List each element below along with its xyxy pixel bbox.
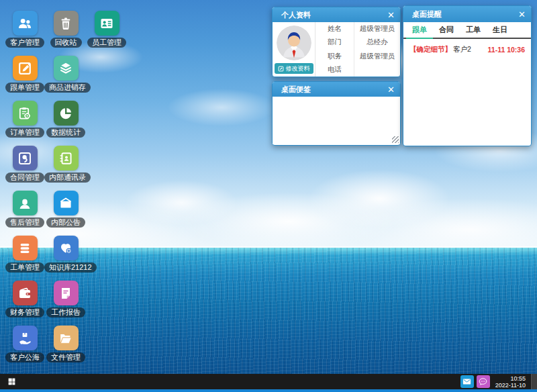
desktop-icon-contacts[interactable]: 内部通讯录 bbox=[44, 146, 87, 183]
desktop-icon-label: 财务管理 bbox=[5, 307, 44, 317]
desktop-icon-employee[interactable]: 员工管理 bbox=[85, 11, 128, 48]
reminder-panel-title: 桌面提醒 bbox=[412, 9, 442, 19]
desktop-icon-box[interactable] bbox=[13, 281, 38, 305]
reminder-panel-titlebar[interactable]: 桌面提醒 ✕ bbox=[403, 6, 531, 22]
desktop-icon-box[interactable] bbox=[13, 56, 38, 81]
desktop-icon-report[interactable]: 工作报告 bbox=[44, 281, 87, 317]
taskbar-clock[interactable]: 10:55 2022-11-10 bbox=[493, 375, 528, 389]
desktop-icon-box[interactable] bbox=[13, 101, 38, 126]
profile-field-value: 超级管理员 bbox=[354, 50, 400, 63]
notes-panel: 桌面便签 ✕ bbox=[272, 81, 401, 146]
after-sales-icon bbox=[17, 195, 33, 211]
reminder-item-time: 11-11 10:36 bbox=[488, 46, 525, 54]
mail-icon bbox=[462, 377, 472, 387]
statistics-icon bbox=[58, 105, 74, 121]
desktop-icon-box[interactable] bbox=[54, 101, 79, 126]
contract-icon bbox=[17, 150, 33, 166]
public-pool-icon bbox=[17, 330, 33, 346]
desktop-icon-public-pool[interactable]: 客户公海 bbox=[3, 326, 46, 362]
desktop-icon-box[interactable] bbox=[54, 236, 79, 260]
desktop-icon-label: 员工管理 bbox=[87, 38, 126, 48]
reminder-tab-work-order[interactable]: 工单 bbox=[460, 22, 487, 39]
profile-field-value: 超级管理员 bbox=[354, 22, 400, 36]
profile-panel: 个人资料 ✕ 修改资料 姓名 超级管理员 部门 bbox=[272, 7, 401, 77]
follow-up-icon bbox=[17, 60, 33, 77]
desktop-icon-box[interactable] bbox=[54, 146, 79, 170]
chat-tray-button[interactable] bbox=[477, 375, 490, 388]
taskbar-accent-strip bbox=[0, 389, 537, 392]
reminder-list: 【确定细节】 客户2 11-11 10:36 bbox=[403, 39, 531, 54]
desktop-icon-box[interactable] bbox=[13, 191, 38, 215]
profile-panel-title: 个人资料 bbox=[281, 10, 311, 20]
edit-profile-button[interactable]: 修改资料 bbox=[275, 63, 313, 74]
profile-field-label: 部门 bbox=[315, 36, 354, 49]
notes-textarea[interactable] bbox=[273, 97, 400, 144]
resize-grip-icon[interactable] bbox=[392, 136, 399, 143]
desktop-icon-knowledge[interactable]: 知识库21212 bbox=[44, 236, 87, 273]
desktop-icon-label: 回收站 bbox=[50, 38, 82, 48]
desktop-icon-box[interactable] bbox=[54, 11, 79, 36]
desktop-icon-box[interactable] bbox=[13, 236, 38, 260]
reminder-tab-birthday[interactable]: 生日 bbox=[487, 22, 514, 39]
desktop-icon-customers[interactable]: 客户管理 bbox=[3, 11, 46, 48]
desktop-icon-recycle-bin[interactable]: 回收站 bbox=[44, 11, 87, 48]
chat-icon bbox=[478, 377, 488, 387]
desktop-icon-orders[interactable]: 订单管理 bbox=[3, 101, 46, 138]
orders-icon bbox=[17, 105, 33, 121]
inventory-icon bbox=[58, 60, 74, 77]
desktop-icon-label: 跟单管理 bbox=[5, 83, 44, 93]
desktop-icon-contract[interactable]: 合同管理 bbox=[3, 146, 46, 183]
desktop-icon-follow-up[interactable]: 跟单管理 bbox=[3, 56, 46, 93]
desktop-icon-label: 商品进销存 bbox=[44, 83, 91, 93]
profile-field-value: 总经办 bbox=[354, 36, 400, 49]
desktop-icon-box[interactable] bbox=[13, 326, 38, 350]
edit-profile-label: 修改资料 bbox=[286, 64, 310, 73]
profile-fields-table: 姓名 超级管理员 部门 总经办 职务 超级管理员 电话 bbox=[315, 22, 400, 77]
reminder-item-name: 客户2 bbox=[453, 45, 471, 54]
taskbar-date: 2022-11-10 bbox=[495, 382, 526, 389]
desktop-icon-box[interactable] bbox=[54, 326, 79, 350]
desktop-icon-box[interactable] bbox=[13, 146, 38, 170]
desktop-icon-statistics[interactable]: 数据统计 bbox=[44, 101, 87, 138]
notes-panel-title: 桌面便签 bbox=[281, 85, 311, 95]
desktop-icon-box[interactable] bbox=[54, 56, 79, 81]
knowledge-icon bbox=[58, 240, 74, 256]
recycle-bin-icon bbox=[58, 15, 74, 32]
close-icon[interactable]: ✕ bbox=[387, 85, 395, 94]
finance-icon bbox=[17, 285, 33, 301]
close-icon[interactable]: ✕ bbox=[518, 10, 526, 19]
reminder-tab-follow-up[interactable]: 跟单 bbox=[406, 22, 433, 39]
profile-field-label: 姓名 bbox=[315, 22, 354, 36]
desktop-icon-announcement[interactable]: 内部公告 bbox=[44, 191, 87, 228]
desktop-icon-after-sales[interactable]: 售后管理 bbox=[3, 191, 46, 228]
work-order-icon bbox=[17, 240, 33, 256]
desktop-icon-label: 客户公海 bbox=[5, 352, 44, 362]
edit-icon bbox=[278, 66, 284, 72]
desktop-icon-label: 知识库21212 bbox=[44, 262, 97, 273]
windows-logo-icon bbox=[7, 377, 16, 386]
report-icon bbox=[58, 285, 74, 301]
reminder-tab-contract[interactable]: 合同 bbox=[433, 22, 460, 39]
reminder-panel: 桌面提醒 ✕ 跟单合同工单生日 【确定细节】 客户2 11-11 10:36 bbox=[403, 5, 532, 146]
desktop-icon-files[interactable]: 文件管理 bbox=[44, 326, 87, 362]
taskbar: 10:55 2022-11-10 bbox=[0, 374, 537, 389]
desktop-icon-box[interactable] bbox=[95, 11, 119, 36]
profile-field-label: 电话 bbox=[315, 63, 354, 77]
desktop-icon-inventory[interactable]: 商品进销存 bbox=[44, 56, 87, 93]
notes-panel-titlebar[interactable]: 桌面便签 ✕ bbox=[273, 82, 400, 97]
mail-tray-button[interactable] bbox=[460, 375, 474, 388]
show-desktop-button[interactable] bbox=[531, 374, 537, 389]
profile-panel-titlebar[interactable]: 个人资料 ✕ bbox=[273, 7, 400, 22]
desktop-icon-box[interactable] bbox=[54, 191, 79, 215]
desktop-icon-finance[interactable]: 财务管理 bbox=[3, 281, 46, 317]
desktop-icon-work-order[interactable]: 工单管理 bbox=[3, 236, 46, 273]
reminder-item[interactable]: 【确定细节】 客户2 11-11 10:36 bbox=[403, 39, 531, 54]
close-icon[interactable]: ✕ bbox=[387, 11, 395, 19]
profile-field-value bbox=[354, 63, 400, 77]
desktop-icon-box[interactable] bbox=[13, 11, 38, 36]
reminder-item-tag: 【确定细节】 bbox=[409, 45, 452, 54]
start-button[interactable] bbox=[0, 374, 23, 389]
desktop-icon-label: 订单管理 bbox=[5, 128, 44, 138]
desktop-icon-box[interactable] bbox=[54, 281, 79, 305]
desktop-icon-label: 文件管理 bbox=[46, 352, 85, 362]
